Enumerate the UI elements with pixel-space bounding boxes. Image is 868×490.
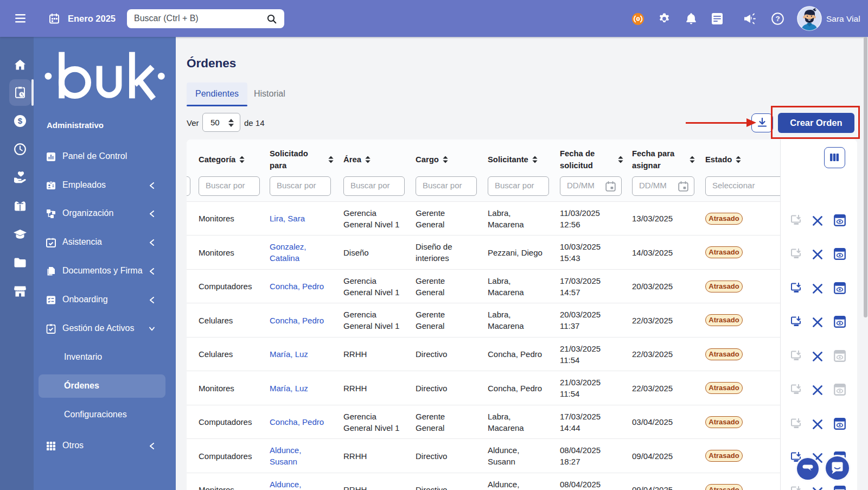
svg-text:?: ?	[775, 15, 780, 23]
svg-text:$: $	[18, 116, 23, 125]
